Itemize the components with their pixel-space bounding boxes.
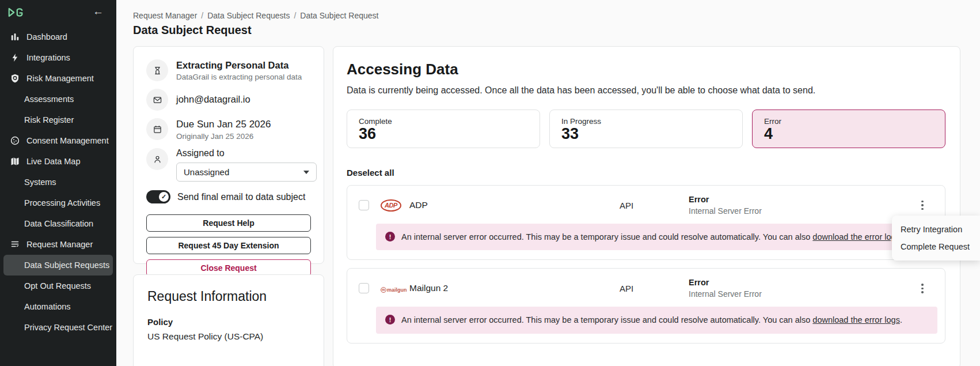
assigned-to-label: Assigned to (176, 148, 317, 159)
panel-title: Accessing Data (347, 61, 945, 78)
integration-status: Error Internal Server Error (689, 195, 914, 216)
sidebar-item-label: Systems (24, 178, 56, 187)
integration-row-mailgun: mmailgun Mailgun 2 API Error Internal Se… (347, 268, 945, 343)
sidebar-item-consent-management[interactable]: Consent Management (3, 130, 113, 151)
stat-card-in-progress[interactable]: In Progress 33 (549, 110, 743, 148)
breadcrumb: Request Manager/Data Subject Requests/Da… (133, 11, 980, 20)
download-error-logs-link[interactable]: download the error logs (812, 315, 900, 325)
integration-name: ADP (409, 200, 620, 210)
sidebar-item-label: Request Manager (26, 240, 93, 249)
check-icon: ✓ (159, 192, 169, 202)
panel-description: Data is currently being accessed. Once a… (347, 85, 945, 96)
integration-method: API (620, 284, 689, 293)
content-area: Request Manager/Data Subject Requests/Da… (116, 0, 980, 366)
sidebar-item-request-manager[interactable]: Request Manager (3, 234, 113, 255)
row-checkbox[interactable] (359, 283, 369, 293)
deselect-all-link[interactable]: Deselect all (347, 168, 394, 178)
stat-card-error[interactable]: Error 4 (752, 110, 945, 148)
adp-logo: ADP (381, 199, 409, 212)
integration-rows: ADP ADP API Error Internal Server Error … (347, 185, 945, 344)
sidebar-item-risk-register[interactable]: Risk Register (3, 110, 113, 130)
status-summary: Complete 36 In Progress 33 Error 4 (347, 110, 945, 148)
breadcrumb-separator: / (201, 11, 203, 20)
original-due-date: Originally Jan 25 2026 (176, 132, 271, 141)
breadcrumb-separator: / (294, 11, 296, 20)
hourglass-icon (146, 59, 168, 81)
sidebar-item-label: Risk Management (26, 74, 94, 83)
sidebar-item-dashboard[interactable]: Dashboard (3, 27, 113, 47)
stat-value: 33 (561, 126, 731, 143)
mail-icon (146, 89, 168, 111)
complete-request-menu-item[interactable]: Complete Request (892, 238, 980, 255)
sidebar-item-automations[interactable]: Automations (3, 296, 113, 317)
sidebar-item-assessments[interactable]: Assessments (3, 89, 113, 110)
sidebar-item-systems[interactable]: Systems (3, 172, 113, 193)
sidebar-nav: Dashboard Integrations Risk Management A… (0, 25, 116, 338)
alert-icon: ! (385, 315, 395, 325)
sidebar-item-integrations[interactable]: Integrations (3, 47, 113, 68)
stat-card-complete[interactable]: Complete 36 (347, 110, 540, 148)
send-final-email-label: Send final email to data subject (177, 192, 305, 202)
datagrail-logo-icon[interactable] (7, 6, 24, 21)
error-suffix: . (900, 315, 902, 325)
sidebar-item-label: Privacy Request Center (24, 323, 112, 332)
sidebar-item-risk-management[interactable]: Risk Management (3, 68, 113, 89)
sidebar-item-opt-out-requests[interactable]: Opt Out Requests (3, 276, 113, 296)
sidebar-item-label: Live Data Map (26, 157, 81, 166)
bar-chart-icon (10, 32, 20, 41)
sidebar-item-data-classification[interactable]: Data Classification (3, 213, 113, 234)
integration-name: Mailgun 2 (409, 283, 620, 293)
row-context-menu: Retry Integration Complete Request (892, 216, 980, 261)
shield-icon (10, 74, 20, 83)
sidebar-item-data-subject-requests[interactable]: Data Subject Requests (3, 255, 113, 276)
breadcrumb-request-manager[interactable]: Request Manager (133, 11, 197, 20)
status-label: Error (689, 278, 914, 287)
sidebar-item-live-data-map[interactable]: Live Data Map (3, 151, 113, 172)
send-final-email-toggle[interactable]: ✓ (146, 190, 170, 203)
status-label: Error (689, 195, 914, 204)
assigned-to-select[interactable]: Unassigned (176, 163, 317, 182)
request-help-button[interactable]: Request Help (146, 214, 311, 232)
person-icon (146, 148, 168, 170)
status-detail: Internal Server Error (689, 206, 914, 216)
error-text: An internal server error occurred. This … (401, 315, 812, 325)
stat-label: In Progress (561, 117, 731, 126)
map-icon (10, 157, 20, 166)
alert-icon: ! (385, 232, 395, 242)
retry-integration-menu-item[interactable]: Retry Integration (892, 221, 980, 238)
stat-label: Error (764, 117, 933, 126)
chevron-down-icon (303, 171, 309, 174)
stat-value: 36 (359, 126, 528, 143)
sidebar-item-privacy-request-center[interactable]: Privacy Request Center (3, 317, 113, 338)
integration-method: API (620, 201, 689, 210)
list-icon (10, 240, 20, 249)
sidebar-item-label: Opt Out Requests (24, 281, 91, 290)
stat-label: Complete (359, 117, 528, 126)
error-banner: ! An internal server error occurred. Thi… (376, 307, 937, 333)
sidebar-item-label: Integrations (26, 53, 70, 62)
stat-value: 4 (764, 126, 933, 143)
sidebar-item-label: Data Classification (24, 219, 93, 228)
status-subtitle: DataGrail is extracting personal data (176, 73, 302, 81)
sidebar-item-processing-activities[interactable]: Processing Activities (3, 193, 113, 213)
page-title: Data Subject Request (133, 24, 980, 37)
download-error-logs-link[interactable]: download the error logs (812, 232, 900, 242)
mailgun-logo: mmailgun (381, 283, 409, 293)
sidebar-item-label: Automations (24, 302, 71, 311)
status-title: Extracting Personal Data (176, 59, 302, 71)
sidebar-item-label: Assessments (24, 95, 74, 104)
row-checkbox[interactable] (359, 200, 369, 210)
kebab-menu-icon[interactable] (914, 281, 931, 296)
kebab-menu-icon[interactable] (914, 198, 931, 213)
breadcrumb-data-subject-requests[interactable]: Data Subject Requests (207, 11, 290, 20)
sidebar-item-label: Risk Register (24, 115, 74, 124)
request-extension-button[interactable]: Request 45 Day Extension (146, 237, 311, 254)
request-summary-column: Extracting Personal Data DataGrail is ex… (133, 46, 324, 366)
policy-label: Policy (147, 317, 310, 327)
request-status-card: Extracting Personal Data DataGrail is ex… (133, 46, 324, 264)
collapse-sidebar-icon[interactable]: ← (93, 5, 104, 18)
assigned-to-value: Unassigned (184, 167, 229, 177)
sidebar-item-label: Processing Activities (24, 198, 100, 207)
request-information-title: Request Information (147, 289, 310, 304)
integration-row-adp: ADP ADP API Error Internal Server Error … (347, 185, 945, 260)
